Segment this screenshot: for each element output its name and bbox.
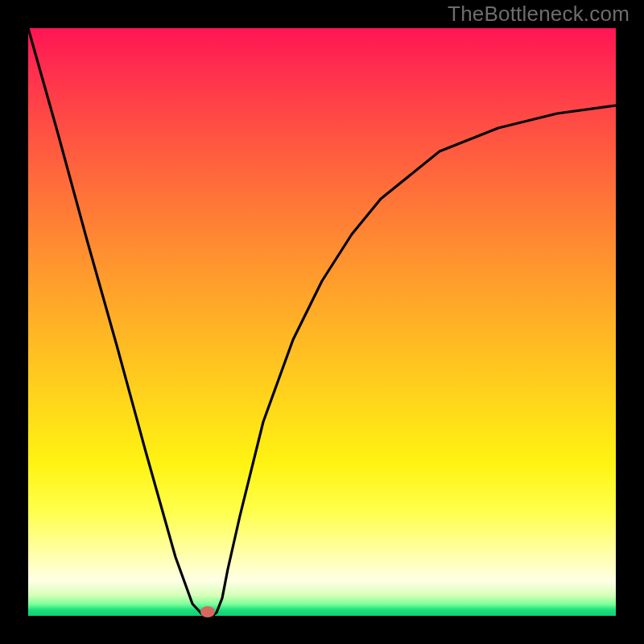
watermark-text: TheBottleneck.com bbox=[448, 2, 630, 27]
plot-area bbox=[28, 28, 616, 616]
chart-frame: TheBottleneck.com bbox=[0, 0, 644, 644]
min-marker-dot bbox=[200, 606, 215, 617]
curve-path bbox=[28, 28, 616, 615]
bottleneck-curve bbox=[28, 28, 616, 616]
